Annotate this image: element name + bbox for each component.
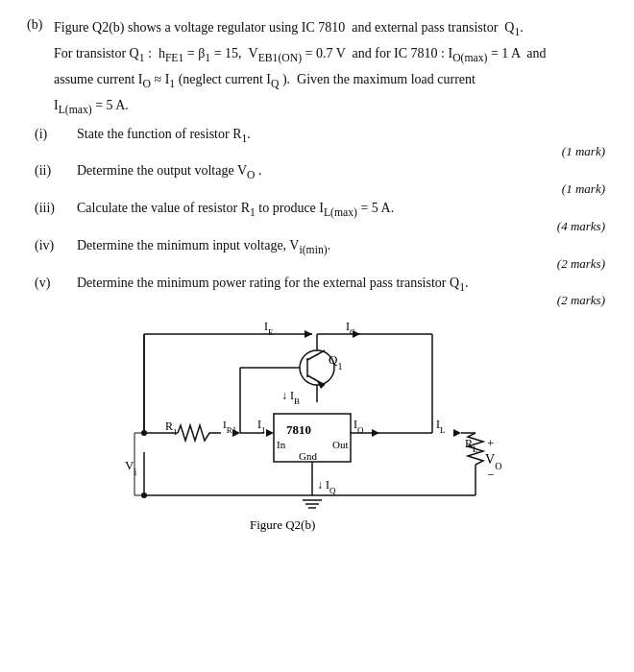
questions-list: (i) State the function of resistor R1. (…: [27, 127, 607, 309]
iq-label: ↓ IQ: [317, 478, 336, 495]
ic7810-out-label: Out: [332, 439, 349, 450]
mark-ii: (1 mark): [27, 181, 607, 197]
question-iii-row: (iii) Calculate the value of resistor R1…: [27, 201, 607, 219]
intro-line1: Figure Q2(b) shows a voltage regulator u…: [54, 17, 607, 41]
ic-arrow: [353, 330, 360, 338]
il-arrow: [453, 429, 461, 437]
intro-line2: For transistor Q1 : hFE1 = β1 = 15, VEB1…: [54, 43, 607, 67]
q-content-i: State the function of resistor R1.: [77, 127, 607, 145]
q-content-v: Determine the minimum power rating for t…: [77, 276, 607, 294]
vo-plus-label: +: [487, 436, 494, 450]
mark-i: (1 mark): [27, 144, 607, 159]
circuit-diagram-area: Q1 IE IC ↓ IB R1: [27, 318, 607, 539]
ic7810-gnd-label: Gnd: [299, 450, 317, 462]
ie-arrow: [305, 330, 312, 338]
circuit-svg: Q1 IE IC ↓ IB R1: [115, 318, 519, 539]
r1-resistor-symbol: [178, 425, 221, 441]
il-label: IL: [436, 418, 446, 435]
vi-label: Vi: [125, 458, 136, 477]
q-label-iv: (iv): [27, 238, 77, 253]
section-label: (b): [27, 17, 54, 33]
intro-line4: IL(max) = 5 A.: [54, 95, 607, 119]
q-label-ii: (ii): [27, 163, 77, 179]
figure-label: Figure Q2(b): [250, 517, 315, 532]
q1-label: Q1: [329, 352, 342, 372]
q-content-iii: Calculate the value of resistor R1 to pr…: [77, 201, 607, 219]
q-label-i: (i): [27, 127, 77, 142]
q-content-ii: Determine the output voltage VO .: [77, 163, 607, 181]
i1-arrow: [266, 429, 274, 437]
intro-line3: assume current IO ≈ I1 (neglect current …: [54, 69, 607, 93]
vo-minus-label: −: [487, 468, 494, 482]
page: (b) Figure Q2(b) shows a voltage regulat…: [0, 0, 634, 556]
r1-label: R1: [165, 420, 178, 437]
ic7810-in-label: In: [277, 439, 286, 450]
intro-text: Figure Q2(b) shows a voltage regulator u…: [54, 17, 607, 121]
io-arrow: [372, 429, 379, 437]
mark-v: (2 marks): [27, 293, 607, 308]
question-i-row: (i) State the function of resistor R1.: [27, 127, 607, 145]
question-iv-row: (iv) Determine the minimum input voltage…: [27, 238, 607, 256]
q-content-iv: Determine the minimum input voltage, Vi(…: [77, 238, 607, 256]
q-label-iii: (iii): [27, 201, 77, 216]
ic7810-label: 7810: [286, 422, 311, 437]
section-header: (b) Figure Q2(b) shows a voltage regulat…: [27, 17, 607, 121]
mark-iii: (4 marks): [27, 219, 607, 234]
mark-iv: (2 marks): [27, 256, 607, 272]
question-ii-row: (ii) Determine the output voltage VO .: [27, 163, 607, 181]
q-label-v: (v): [27, 276, 77, 291]
ib-label: ↓ IB: [281, 389, 300, 406]
question-v-row: (v) Determine the minimum power rating f…: [27, 276, 607, 294]
